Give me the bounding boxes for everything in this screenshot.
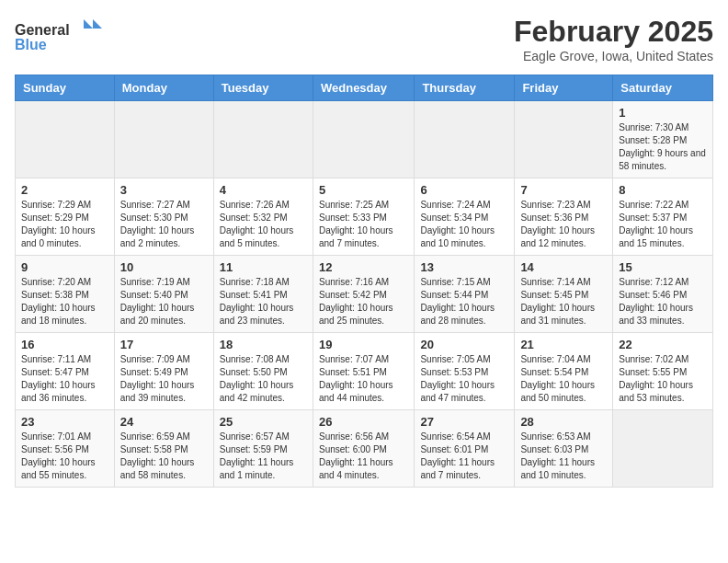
day-number: 16 bbox=[21, 338, 108, 351]
day-info: Sunrise: 6:56 AM Sunset: 6:00 PM Dayligh… bbox=[319, 431, 408, 482]
day-info: Sunrise: 7:16 AM Sunset: 5:42 PM Dayligh… bbox=[319, 276, 408, 327]
day-info: Sunrise: 7:20 AM Sunset: 5:38 PM Dayligh… bbox=[21, 276, 108, 327]
title-area: February 2025 Eagle Grove, Iowa, United … bbox=[514, 15, 713, 63]
day-info: Sunrise: 7:29 AM Sunset: 5:29 PM Dayligh… bbox=[21, 199, 108, 250]
weekday-header-sunday: Sunday bbox=[16, 75, 115, 101]
day-number: 11 bbox=[220, 260, 307, 274]
calendar-title: February 2025 bbox=[514, 15, 713, 49]
day-number: 13 bbox=[420, 260, 508, 274]
day-info: Sunrise: 7:24 AM Sunset: 5:34 PM Dayligh… bbox=[420, 199, 508, 250]
day-number: 14 bbox=[520, 260, 607, 274]
weekday-header-row: SundayMondayTuesdayWednesdayThursdayFrid… bbox=[16, 75, 713, 101]
week-row-5: 23Sunrise: 7:01 AM Sunset: 5:56 PM Dayli… bbox=[16, 410, 713, 488]
calendar-cell: 13Sunrise: 7:15 AM Sunset: 5:44 PM Dayli… bbox=[415, 256, 515, 333]
calendar-cell bbox=[114, 101, 213, 178]
day-info: Sunrise: 7:15 AM Sunset: 5:44 PM Dayligh… bbox=[420, 276, 508, 327]
day-info: Sunrise: 7:07 AM Sunset: 5:51 PM Dayligh… bbox=[319, 353, 408, 405]
day-info: Sunrise: 7:01 AM Sunset: 5:56 PM Dayligh… bbox=[21, 431, 108, 482]
day-info: Sunrise: 6:53 AM Sunset: 6:03 PM Dayligh… bbox=[520, 431, 607, 482]
day-number: 2 bbox=[21, 183, 108, 197]
day-info: Sunrise: 7:22 AM Sunset: 5:37 PM Dayligh… bbox=[619, 199, 707, 250]
day-number: 17 bbox=[120, 338, 208, 351]
svg-marker-1 bbox=[84, 19, 93, 29]
calendar-cell: 27Sunrise: 6:54 AM Sunset: 6:01 PM Dayli… bbox=[415, 410, 515, 488]
day-info: Sunrise: 6:59 AM Sunset: 5:58 PM Dayligh… bbox=[120, 431, 208, 482]
calendar-subtitle: Eagle Grove, Iowa, United States bbox=[514, 49, 713, 63]
calendar-cell: 25Sunrise: 6:57 AM Sunset: 5:59 PM Dayli… bbox=[213, 410, 313, 488]
day-info: Sunrise: 7:11 AM Sunset: 5:47 PM Dayligh… bbox=[21, 353, 108, 405]
day-number: 8 bbox=[619, 183, 707, 197]
weekday-header-tuesday: Tuesday bbox=[213, 75, 313, 101]
week-row-3: 9Sunrise: 7:20 AM Sunset: 5:38 PM Daylig… bbox=[16, 256, 713, 333]
logo: General Blue bbox=[15, 15, 107, 60]
day-info: Sunrise: 7:27 AM Sunset: 5:30 PM Dayligh… bbox=[120, 199, 208, 250]
day-number: 7 bbox=[520, 183, 607, 197]
svg-text:Blue: Blue bbox=[15, 37, 47, 52]
day-number: 4 bbox=[220, 183, 307, 197]
calendar-cell: 11Sunrise: 7:18 AM Sunset: 5:41 PM Dayli… bbox=[213, 256, 313, 333]
day-info: Sunrise: 7:23 AM Sunset: 5:36 PM Dayligh… bbox=[520, 199, 607, 250]
calendar-cell: 12Sunrise: 7:16 AM Sunset: 5:42 PM Dayli… bbox=[313, 256, 414, 333]
svg-marker-2 bbox=[93, 19, 102, 29]
calendar-cell: 1Sunrise: 7:30 AM Sunset: 5:28 PM Daylig… bbox=[613, 101, 713, 178]
calendar-cell: 23Sunrise: 7:01 AM Sunset: 5:56 PM Dayli… bbox=[16, 410, 115, 488]
day-number: 23 bbox=[21, 415, 108, 429]
calendar-cell: 14Sunrise: 7:14 AM Sunset: 5:45 PM Dayli… bbox=[515, 256, 613, 333]
day-number: 3 bbox=[120, 183, 208, 197]
weekday-header-friday: Friday bbox=[515, 75, 613, 101]
day-info: Sunrise: 7:09 AM Sunset: 5:49 PM Dayligh… bbox=[120, 353, 208, 405]
day-info: Sunrise: 7:12 AM Sunset: 5:46 PM Dayligh… bbox=[619, 276, 707, 327]
calendar-cell: 4Sunrise: 7:26 AM Sunset: 5:32 PM Daylig… bbox=[213, 178, 313, 256]
calendar-cell bbox=[613, 410, 713, 488]
calendar-cell: 9Sunrise: 7:20 AM Sunset: 5:38 PM Daylig… bbox=[16, 256, 115, 333]
day-info: Sunrise: 7:02 AM Sunset: 5:55 PM Dayligh… bbox=[619, 353, 707, 405]
calendar-cell: 19Sunrise: 7:07 AM Sunset: 5:51 PM Dayli… bbox=[313, 333, 414, 410]
day-info: Sunrise: 7:19 AM Sunset: 5:40 PM Dayligh… bbox=[120, 276, 208, 327]
day-info: Sunrise: 7:30 AM Sunset: 5:28 PM Dayligh… bbox=[619, 121, 707, 173]
day-info: Sunrise: 7:14 AM Sunset: 5:45 PM Dayligh… bbox=[520, 276, 607, 327]
day-info: Sunrise: 6:54 AM Sunset: 6:01 PM Dayligh… bbox=[420, 431, 508, 482]
calendar-cell: 26Sunrise: 6:56 AM Sunset: 6:00 PM Dayli… bbox=[313, 410, 414, 488]
day-number: 12 bbox=[319, 260, 408, 274]
day-number: 26 bbox=[319, 415, 408, 429]
day-info: Sunrise: 6:57 AM Sunset: 5:59 PM Dayligh… bbox=[220, 431, 307, 482]
calendar-cell: 24Sunrise: 6:59 AM Sunset: 5:58 PM Dayli… bbox=[114, 410, 213, 488]
day-number: 24 bbox=[120, 415, 208, 429]
day-number: 10 bbox=[120, 260, 208, 274]
svg-text:General: General bbox=[15, 22, 70, 38]
weekday-header-wednesday: Wednesday bbox=[313, 75, 414, 101]
calendar-cell: 15Sunrise: 7:12 AM Sunset: 5:46 PM Dayli… bbox=[613, 256, 713, 333]
week-row-2: 2Sunrise: 7:29 AM Sunset: 5:29 PM Daylig… bbox=[16, 178, 713, 256]
calendar-cell bbox=[16, 101, 115, 178]
calendar-cell: 16Sunrise: 7:11 AM Sunset: 5:47 PM Dayli… bbox=[16, 333, 115, 410]
day-number: 27 bbox=[420, 415, 508, 429]
calendar-cell: 28Sunrise: 6:53 AM Sunset: 6:03 PM Dayli… bbox=[515, 410, 613, 488]
day-info: Sunrise: 7:08 AM Sunset: 5:50 PM Dayligh… bbox=[220, 353, 307, 405]
day-number: 15 bbox=[619, 260, 707, 274]
day-number: 6 bbox=[420, 183, 508, 197]
calendar-table: SundayMondayTuesdayWednesdayThursdayFrid… bbox=[15, 75, 713, 488]
day-info: Sunrise: 7:05 AM Sunset: 5:53 PM Dayligh… bbox=[420, 353, 508, 405]
day-info: Sunrise: 7:25 AM Sunset: 5:33 PM Dayligh… bbox=[319, 199, 408, 250]
calendar-cell: 7Sunrise: 7:23 AM Sunset: 5:36 PM Daylig… bbox=[515, 178, 613, 256]
calendar-cell: 2Sunrise: 7:29 AM Sunset: 5:29 PM Daylig… bbox=[16, 178, 115, 256]
calendar-cell: 21Sunrise: 7:04 AM Sunset: 5:54 PM Dayli… bbox=[515, 333, 613, 410]
weekday-header-monday: Monday bbox=[114, 75, 213, 101]
day-info: Sunrise: 7:04 AM Sunset: 5:54 PM Dayligh… bbox=[520, 353, 607, 405]
day-number: 9 bbox=[21, 260, 108, 274]
day-number: 18 bbox=[220, 338, 307, 351]
day-number: 25 bbox=[220, 415, 307, 429]
calendar-cell: 3Sunrise: 7:27 AM Sunset: 5:30 PM Daylig… bbox=[114, 178, 213, 256]
calendar-cell bbox=[515, 101, 613, 178]
day-info: Sunrise: 7:18 AM Sunset: 5:41 PM Dayligh… bbox=[220, 276, 307, 327]
calendar-cell bbox=[415, 101, 515, 178]
day-number: 20 bbox=[420, 338, 508, 351]
day-number: 1 bbox=[619, 106, 707, 120]
calendar-cell: 20Sunrise: 7:05 AM Sunset: 5:53 PM Dayli… bbox=[415, 333, 515, 410]
day-number: 22 bbox=[619, 338, 707, 351]
calendar-cell: 22Sunrise: 7:02 AM Sunset: 5:55 PM Dayli… bbox=[613, 333, 713, 410]
week-row-4: 16Sunrise: 7:11 AM Sunset: 5:47 PM Dayli… bbox=[16, 333, 713, 410]
weekday-header-saturday: Saturday bbox=[613, 75, 713, 101]
calendar-cell bbox=[213, 101, 313, 178]
weekday-header-thursday: Thursday bbox=[415, 75, 515, 101]
